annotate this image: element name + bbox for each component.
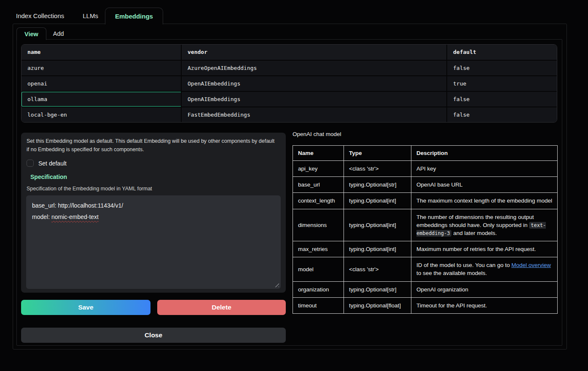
yaml-line: base_url: http://localhost:11434/v1/ — [32, 200, 275, 211]
top-tab-bar: Index CollectionsLLMsEmbeddings — [16, 7, 163, 24]
set-default-checkbox[interactable] — [27, 160, 34, 167]
info-type: typing.Optional[int] — [344, 241, 411, 257]
tab-view[interactable]: View — [16, 27, 46, 40]
specification-subheading: Specification of the Embedding model in … — [27, 186, 152, 192]
cell-vendor[interactable]: OpenAIEmbeddings — [182, 76, 447, 91]
view-tab-panel: namevendordefaultazureAzureOpenAIEmbeddi… — [16, 39, 562, 346]
cell-default[interactable]: false — [447, 61, 557, 75]
cell-vendor[interactable]: AzureOpenAIEmbeddings — [182, 61, 447, 75]
table-header-row: namevendordefault — [21, 45, 557, 60]
delete-button[interactable]: Delete — [157, 300, 286, 315]
info-description: Maximum number of retries for the API re… — [411, 241, 558, 257]
cell-default[interactable]: false — [447, 107, 557, 122]
info-row-organization: organizationtyping.Optional[str]OpenAI o… — [293, 281, 558, 297]
spec-yaml-textarea[interactable]: base_url: http://localhost:11434/v1/mode… — [26, 195, 281, 289]
info-column-type: Type — [344, 146, 411, 161]
info-description: ID of the model to use. You can go to Mo… — [411, 257, 558, 281]
tab-embeddings[interactable]: Embeddings — [105, 8, 163, 24]
default-description: Set this Embedding model as default. Thi… — [21, 133, 281, 154]
info-row-dimensions: dimensionstyping.Optional[int]The number… — [293, 209, 558, 241]
info-type: typing.Optional[int] — [344, 209, 411, 241]
info-name: base_url — [293, 177, 344, 193]
info-description: The number of dimensions the resulting o… — [411, 209, 558, 241]
info-name: timeout — [293, 297, 344, 313]
cell-default[interactable]: true — [447, 76, 557, 91]
info-name: organization — [293, 281, 344, 297]
tab-add[interactable]: Add — [46, 28, 71, 40]
misspelled-word: nomic-embed-text — [51, 214, 99, 220]
column-header-vendor: vendor — [182, 45, 447, 60]
resize-grip-icon[interactable] — [274, 283, 279, 287]
embedding-settings-panel: Set this Embedding model as default. Thi… — [21, 133, 286, 293]
model-info-title: OpenAI chat model — [293, 131, 341, 137]
info-row-context_length: context_lengthtyping.Optional[int]The ma… — [293, 193, 558, 209]
info-row-api_key: api_key<class 'str'>API key — [293, 161, 558, 177]
info-column-description: Description — [411, 146, 558, 161]
info-type: <class 'str'> — [344, 257, 411, 281]
set-default-row: Set default — [27, 160, 286, 167]
table-row-openai[interactable]: openaiOpenAIEmbeddingstrue — [21, 76, 557, 91]
info-type: typing.Optional[str] — [344, 281, 411, 297]
info-name: dimensions — [293, 209, 344, 241]
model-info-table: NameTypeDescription api_key<class 'str'>… — [293, 145, 558, 314]
view-add-tab-bar: ViewAdd — [16, 27, 71, 40]
column-header-name: name — [21, 45, 182, 60]
specification-heading: Specification — [30, 173, 67, 180]
info-description: The maximum context length of the embedd… — [411, 193, 558, 209]
info-type: typing.Optional[str] — [344, 177, 411, 193]
table-row-ollama[interactable]: ollamaOpenAIEmbeddingsfalse — [21, 92, 557, 107]
cell-default[interactable]: false — [447, 92, 557, 107]
info-description: OpenAI organization — [411, 281, 558, 297]
info-description: OpenAI base URL — [411, 177, 558, 193]
embeddings-tab-panel: ViewAdd namevendordefaultazureAzureOpenA… — [13, 24, 567, 350]
info-name: api_key — [293, 161, 344, 177]
inline-code: text-embedding-3 — [416, 222, 546, 237]
cell-name[interactable]: local-bge-en — [21, 107, 182, 122]
info-row-base_url: base_urltyping.Optional[str]OpenAI base … — [293, 177, 558, 193]
model-overview-link[interactable]: Model overview — [511, 262, 551, 268]
column-header-default: default — [447, 45, 557, 60]
info-row-model: model<class 'str'>ID of the model to use… — [293, 257, 558, 281]
info-description: Timeout for the API request. — [411, 297, 558, 313]
table-row-azure[interactable]: azureAzureOpenAIEmbeddingsfalse — [21, 61, 557, 75]
cell-name[interactable]: openai — [21, 76, 182, 91]
yaml-line: model: nomic-embed-text — [32, 211, 275, 223]
table-row-local-bge-en[interactable]: local-bge-enFastEmbedEmbeddingsfalse — [21, 107, 557, 122]
info-name: context_length — [293, 193, 344, 209]
tab-llms[interactable]: LLMs — [76, 8, 105, 24]
cell-vendor[interactable]: FastEmbedEmbeddings — [182, 107, 447, 122]
info-name: max_retries — [293, 241, 344, 257]
info-name: model — [293, 257, 344, 281]
info-row-max_retries: max_retriestyping.Optional[int]Maximum n… — [293, 241, 558, 257]
info-row-timeout: timeouttyping.Optional[float]Timeout for… — [293, 297, 558, 313]
info-type: typing.Optional[int] — [344, 193, 411, 209]
cell-vendor[interactable]: OpenAIEmbeddings — [182, 92, 447, 107]
set-default-label: Set default — [38, 160, 67, 167]
cell-name[interactable]: ollama — [21, 92, 182, 107]
info-type: typing.Optional[float] — [344, 297, 411, 313]
tab-index-collections[interactable]: Index Collections — [16, 8, 76, 24]
info-column-name: Name — [293, 146, 344, 161]
info-type: <class 'str'> — [344, 161, 411, 177]
cell-name[interactable]: azure — [21, 61, 182, 75]
embeddings-table: namevendordefaultazureAzureOpenAIEmbeddi… — [21, 44, 557, 123]
save-button[interactable]: Save — [21, 300, 150, 315]
close-button[interactable]: Close — [21, 328, 286, 343]
info-description: API key — [411, 161, 558, 177]
